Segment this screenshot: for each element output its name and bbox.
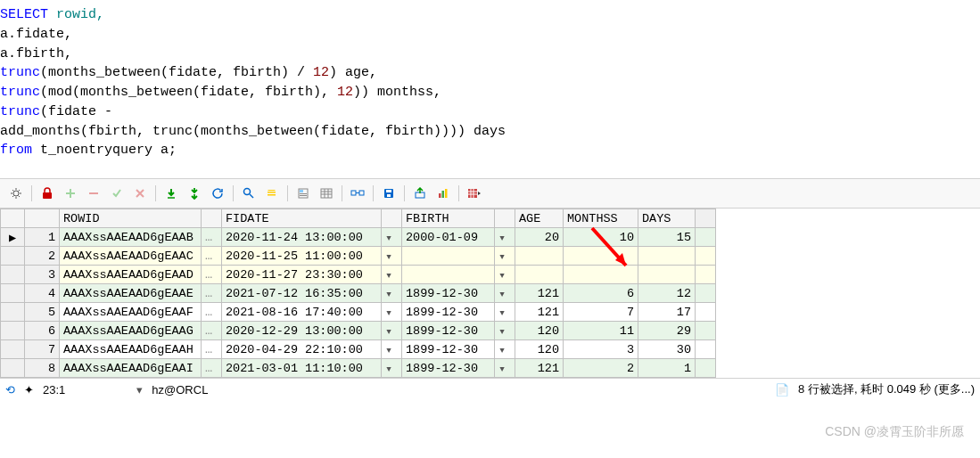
cell-age[interactable]: 120 — [515, 340, 564, 359]
cell-fbirth[interactable] — [402, 247, 495, 266]
cell-monthss[interactable] — [564, 247, 638, 266]
cell-fbirth[interactable]: 1899-12-30 — [402, 303, 495, 322]
cell-ellipsis-btn[interactable]: … — [202, 303, 222, 322]
cell-days[interactable]: 1 — [638, 359, 696, 378]
cell-rowid[interactable]: AAAXssAAEAAD6gEAAI — [60, 359, 202, 378]
cell-days[interactable] — [638, 247, 696, 266]
cell-monthss[interactable]: 7 — [564, 303, 638, 322]
cell-age[interactable] — [515, 266, 564, 284]
cell-ellipsis-btn[interactable]: … — [202, 266, 222, 284]
lock-icon[interactable] — [37, 183, 58, 204]
cell-dropdown-btn[interactable]: ▾ — [382, 322, 402, 340]
cell-dropdown-btn[interactable]: ▾ — [382, 359, 402, 378]
export-icon[interactable] — [409, 183, 431, 204]
cell-fbirth[interactable]: 1899-12-30 — [402, 340, 495, 359]
col-days[interactable]: DAYS — [638, 209, 696, 228]
cell-fidate[interactable]: 2020-11-27 23:30:00 — [222, 266, 382, 284]
cell-dropdown-btn[interactable]: ▾ — [495, 359, 515, 378]
cell-dropdown-btn[interactable]: ▾ — [382, 340, 402, 359]
cell-dropdown-btn[interactable]: ▾ — [382, 303, 402, 322]
cell-dropdown-btn[interactable]: ▾ — [495, 284, 515, 303]
cell-rowid[interactable]: AAAXssAAEAAD6gEAAE — [60, 284, 202, 303]
cell-fidate[interactable]: 2021-07-12 16:35:00 — [222, 284, 382, 303]
fetch-next-icon[interactable] — [161, 183, 182, 204]
filter-icon[interactable] — [261, 183, 283, 204]
cell-days[interactable] — [638, 266, 696, 284]
sql-editor[interactable]: SELECT rowid, a.fidate, a.fbirth, trunc(… — [0, 0, 980, 178]
cell-dropdown-btn[interactable]: ▾ — [495, 322, 515, 340]
cell-age[interactable]: 121 — [515, 359, 564, 378]
cell-monthss[interactable]: 10 — [564, 228, 638, 247]
cell-days[interactable]: 17 — [638, 303, 696, 322]
cell-rowid[interactable]: AAAXssAAEAAD6gEAAF — [60, 303, 202, 322]
find-icon[interactable] — [238, 183, 259, 204]
cell-dropdown-btn[interactable]: ▾ — [495, 340, 515, 359]
cell-dropdown-btn[interactable]: ▾ — [382, 247, 402, 266]
cell-days[interactable]: 12 — [638, 284, 696, 303]
cell-fidate[interactable]: 2020-12-29 13:00:00 — [222, 322, 382, 340]
table-row[interactable]: ▶1AAAXssAAEAAD6gEAAB…2020-11-24 13:00:00… — [1, 228, 716, 247]
cell-fidate[interactable]: 2020-11-25 11:00:00 — [222, 247, 382, 266]
table-row[interactable]: 2AAAXssAAEAAD6gEAAC…2020-11-25 11:00:00▾… — [1, 247, 716, 266]
cell-monthss[interactable]: 3 — [564, 340, 638, 359]
table-row[interactable]: 4AAAXssAAEAAD6gEAAE…2021-07-12 16:35:00▾… — [1, 284, 716, 303]
col-fidate-btn[interactable] — [382, 209, 402, 228]
cell-monthss[interactable]: 11 — [564, 322, 638, 340]
cell-fbirth[interactable]: 2000-01-09 — [402, 228, 495, 247]
delete-row-icon[interactable] — [83, 183, 104, 204]
gear-icon[interactable] — [5, 183, 27, 204]
fetch-all-icon[interactable] — [184, 183, 205, 204]
col-monthss[interactable]: MONTHSS — [564, 209, 638, 228]
table-row[interactable]: 6AAAXssAAEAAD6gEAAG…2020-12-29 13:00:00▾… — [1, 322, 716, 340]
cell-dropdown-btn[interactable]: ▾ — [382, 284, 402, 303]
cell-rowid[interactable]: AAAXssAAEAAD6gEAAB — [60, 228, 202, 247]
col-fidate[interactable]: FIDATE — [222, 209, 382, 228]
cell-dropdown-btn[interactable]: ▾ — [495, 303, 515, 322]
cell-dropdown-btn[interactable]: ▾ — [495, 247, 515, 266]
cell-dropdown-btn[interactable]: ▾ — [495, 228, 515, 247]
cell-days[interactable]: 30 — [638, 340, 696, 359]
cell-days[interactable]: 15 — [638, 228, 696, 247]
cell-rowid[interactable]: AAAXssAAEAAD6gEAAG — [60, 322, 202, 340]
link-icon[interactable] — [347, 183, 368, 204]
cell-fidate[interactable]: 2021-08-16 17:40:00 — [222, 303, 382, 322]
cell-age[interactable]: 120 — [515, 322, 564, 340]
cell-fbirth[interactable]: 1899-12-30 — [402, 322, 495, 340]
cell-monthss[interactable] — [564, 266, 638, 284]
cell-ellipsis-btn[interactable]: … — [202, 359, 222, 378]
chart-icon[interactable] — [432, 183, 454, 204]
col-rowid[interactable]: ROWID — [60, 209, 202, 228]
cancel-icon[interactable] — [129, 183, 151, 204]
bookmark-icon[interactable]: ✦ — [24, 383, 34, 397]
result-grid[interactable]: ROWID FIDATE FBIRTH AGE MONTHSS DAYS ▶1A… — [0, 209, 980, 378]
grid-config-icon[interactable] — [464, 183, 485, 204]
cell-ellipsis-btn[interactable]: … — [202, 340, 222, 359]
save-icon[interactable] — [378, 183, 399, 204]
cell-age[interactable] — [515, 247, 564, 266]
cell-ellipsis-btn[interactable]: … — [202, 322, 222, 340]
cell-days[interactable]: 29 — [638, 322, 696, 340]
cell-dropdown-btn[interactable]: ▾ — [382, 266, 402, 284]
cell-dropdown-btn[interactable]: ▾ — [382, 228, 402, 247]
table-row[interactable]: 8AAAXssAAEAAD6gEAAI…2021-03-01 11:10:00▾… — [1, 359, 716, 378]
col-fbirth[interactable]: FBIRTH — [402, 209, 495, 228]
single-record-icon[interactable] — [292, 183, 314, 204]
cell-dropdown-btn[interactable]: ▾ — [495, 266, 515, 284]
cell-fbirth[interactable]: 1899-12-30 — [402, 359, 495, 378]
cell-monthss[interactable]: 2 — [564, 359, 638, 378]
nav-first-icon[interactable]: ⟲ — [5, 383, 15, 397]
table-row[interactable]: 5AAAXssAAEAAD6gEAAF…2021-08-16 17:40:00▾… — [1, 303, 716, 322]
cell-ellipsis-btn[interactable]: … — [202, 228, 222, 247]
cell-age[interactable]: 20 — [515, 228, 564, 247]
cell-monthss[interactable]: 6 — [564, 284, 638, 303]
table-row[interactable]: 3AAAXssAAEAAD6gEAAD…2020-11-27 23:30:00▾… — [1, 266, 716, 284]
cell-age[interactable]: 121 — [515, 303, 564, 322]
cell-fbirth[interactable] — [402, 266, 495, 284]
cell-fidate[interactable]: 2020-11-24 13:00:00 — [222, 228, 382, 247]
add-row-icon[interactable] — [60, 183, 81, 204]
cell-rowid[interactable]: AAAXssAAEAAD6gEAAD — [60, 266, 202, 284]
conn-dd[interactable]: ▾ — [136, 383, 143, 397]
multi-record-icon[interactable] — [316, 183, 337, 204]
col-rowid-btn[interactable] — [202, 209, 222, 228]
cell-ellipsis-btn[interactable]: … — [202, 247, 222, 266]
